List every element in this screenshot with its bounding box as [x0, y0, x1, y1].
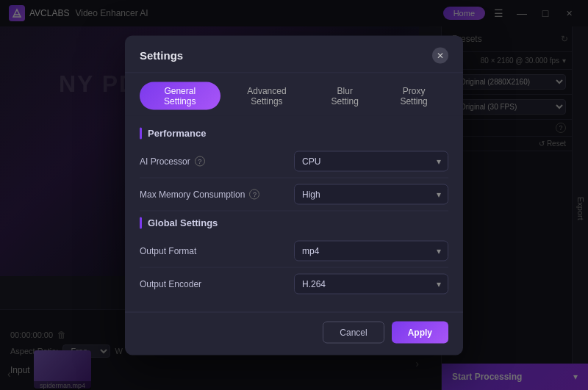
global-settings-section-title: Global Settings	[148, 217, 218, 228]
max-memory-select-wrapper: Low Medium High	[294, 184, 448, 204]
tab-proxy-setting[interactable]: Proxy Setting	[379, 82, 448, 109]
output-format-select-wrapper: mp4 mkv avi mov	[294, 240, 448, 261]
section-bar-2	[140, 217, 142, 228]
max-memory-help-icon[interactable]: ?	[249, 189, 259, 199]
ai-processor-select-wrapper: CPU GPU	[294, 151, 448, 171]
cancel-button[interactable]: Cancel	[323, 321, 384, 343]
section-bar	[140, 127, 142, 139]
output-encoder-row: Output Encoder H.264 H.265 VP9	[140, 267, 448, 300]
output-format-row: Output Format mp4 mkv avi mov	[140, 234, 448, 267]
dialog-body: Performance AI Processor ? CPU GPU	[125, 115, 463, 311]
dialog-footer: Cancel Apply	[125, 311, 463, 355]
apply-button[interactable]: Apply	[392, 321, 448, 343]
output-format-label: Output Format	[140, 245, 196, 256]
max-memory-row: Max Memory Consumption ? Low Medium High	[140, 178, 448, 211]
tab-blur-setting[interactable]: Blur Setting	[313, 82, 376, 109]
performance-section-title: Performance	[148, 128, 206, 139]
max-memory-select[interactable]: Low Medium High	[294, 184, 448, 204]
global-settings-section-header: Global Settings	[140, 217, 448, 228]
performance-section-header: Performance	[140, 127, 448, 139]
ai-processor-select[interactable]: CPU GPU	[294, 151, 448, 171]
dialog-close-button[interactable]: ✕	[432, 47, 448, 63]
dialog-title: Settings	[140, 49, 183, 62]
output-encoder-select-wrapper: H.264 H.265 VP9	[294, 273, 448, 294]
ai-processor-label: AI Processor ?	[140, 156, 205, 166]
output-format-select[interactable]: mp4 mkv avi mov	[294, 240, 448, 261]
app-background: AVCLABS Video Enhancer AI Home ☰ — □ ✕ N…	[0, 0, 588, 390]
settings-dialog: Settings ✕ General Settings Advanced Set…	[125, 35, 463, 355]
ai-processor-row: AI Processor ? CPU GPU	[140, 145, 448, 178]
dialog-tabs: General Settings Advanced Settings Blur …	[125, 73, 463, 115]
ai-processor-help-icon[interactable]: ?	[195, 156, 205, 166]
dialog-header: Settings ✕	[125, 35, 463, 73]
tab-general-settings[interactable]: General Settings	[140, 82, 220, 109]
output-encoder-select[interactable]: H.264 H.265 VP9	[294, 273, 448, 294]
max-memory-label: Max Memory Consumption ?	[140, 189, 259, 199]
output-encoder-label: Output Encoder	[140, 278, 201, 289]
tab-advanced-settings[interactable]: Advanced Settings	[223, 82, 311, 109]
